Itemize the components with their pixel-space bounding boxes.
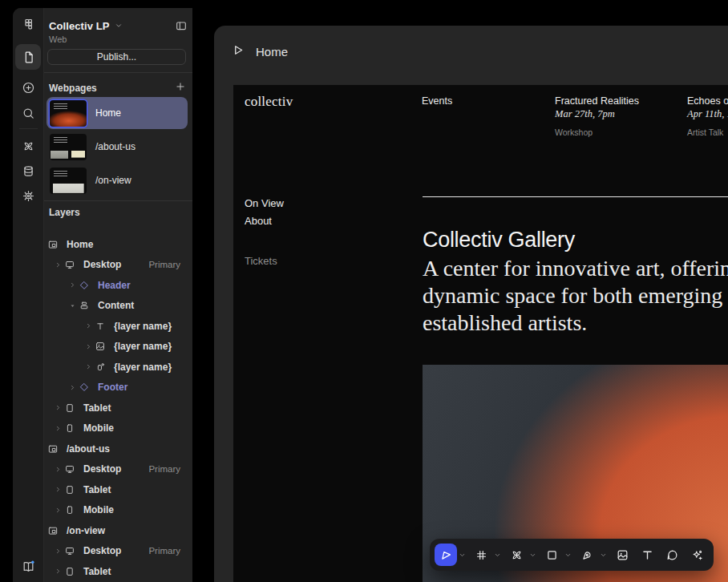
layer-label: /on-view [67,525,105,536]
layer-label: Mobile [83,504,114,515]
site-divider-line [423,196,728,197]
layer-row-layer-name[interactable]: {layer name} [44,316,192,337]
framer-logo-icon[interactable] [15,11,41,37]
select-tool-button[interactable] [435,544,457,566]
layer-row-header[interactable]: Header [44,275,192,296]
ai-tool-button[interactable] [686,544,708,566]
layer-row-mobile[interactable]: Mobile [44,500,192,521]
play-icon [230,42,245,61]
page-thumbnail[interactable] [50,100,87,127]
desktop-icon [63,259,76,270]
layer-row-tablet[interactable]: Tablet [44,479,192,500]
layer-row-layer-name[interactable]: {layer name} [44,357,192,378]
sidebar-toggle-icon[interactable] [175,19,188,32]
layers-title: Layers [49,207,80,218]
expand-triangle-icon[interactable] [67,302,78,309]
chevron-right-icon[interactable] [67,281,78,289]
webpage-icon [47,239,59,250]
primary-badge: Primary [148,546,180,556]
primary-badge: Primary [148,464,180,474]
publish-button[interactable]: Publish... [47,49,186,65]
shape-tool-menu-chevron[interactable] [563,552,573,559]
webpage-row-on-view[interactable]: /on-view [47,164,188,196]
webpage-icon [47,525,59,536]
chevron-right-icon[interactable] [52,425,63,432]
layer-row-footer[interactable]: Footer [44,378,192,398]
event-date: Apr 11th, 11am [687,108,728,120]
add-page-button[interactable] [175,81,186,95]
site-heading: Collectiv Gallery [423,228,575,253]
layer-row-desktop[interactable]: DesktopPrimary [44,255,192,276]
primary-badge: Primary [148,260,180,269]
webpage-row-about-us[interactable]: /about-us [47,131,188,163]
plugins-button[interactable] [15,133,41,159]
page-thumbnail[interactable] [50,168,87,194]
insert-plus-icon [22,81,35,95]
layer-label: Tablet [83,484,111,495]
chevron-right-icon[interactable] [52,466,63,473]
layer-label: Desktop [83,259,121,270]
description-line: A center for innovative art, offering [423,255,728,282]
draw-tool-button[interactable] [576,544,598,566]
shape-tool-button[interactable] [540,544,563,566]
layer-row-about-us[interactable]: /about-us [44,439,192,459]
layer-label: Home [67,239,93,250]
layer-row-desktop[interactable]: DesktopPrimary [44,541,192,562]
layer-row-mobile[interactable]: Mobile [44,418,192,439]
chevron-right-icon[interactable] [52,261,63,269]
canvas-page-title[interactable]: Home [256,45,288,59]
draw-tool-menu-chevron[interactable] [598,552,609,559]
frame-tool-menu-chevron[interactable] [492,552,503,559]
desktop-icon [63,545,76,556]
site-nav-on-view[interactable]: On View [245,194,284,212]
chevron-right-icon[interactable] [52,404,63,411]
webpage-icon [47,443,59,455]
layer-row-tablet[interactable]: Tablet [44,398,192,418]
chevron-right-icon[interactable] [67,384,78,391]
chevron-right-icon[interactable] [83,322,94,329]
insert-button[interactable] [15,75,41,100]
text-tool-button[interactable] [636,544,658,566]
learn-updates-button[interactable] [15,553,41,579]
layer-row-layer-name[interactable]: {layer name} [44,337,192,358]
layer-label: Desktop [83,545,121,556]
media-tool-button[interactable] [611,544,633,566]
chevron-down-icon[interactable] [115,22,123,30]
layer-label: Desktop [83,463,121,475]
webpages-title: Webpages [49,83,97,94]
site-nav-about[interactable]: About [245,212,284,229]
chevron-right-icon[interactable] [52,568,63,575]
layer-row-home[interactable]: Home [44,234,192,255]
chevron-right-icon[interactable] [52,486,63,493]
webpage-row-home[interactable]: Home [47,97,188,129]
page-thumbnail[interactable] [50,134,87,160]
plugins-tool-menu-chevron[interactable] [528,552,538,559]
chevron-right-icon[interactable] [52,548,63,555]
plugins-tool-button[interactable] [505,544,528,566]
cms-button[interactable] [15,158,41,184]
comment-tool-button[interactable] [661,544,683,566]
desktop-icon [63,463,76,475]
preview-play-button[interactable] [230,42,245,61]
layer-row-content[interactable]: Content [44,296,192,317]
layer-row-on-view[interactable]: /on-view [44,520,192,541]
layer-row-desktop[interactable]: DesktopPrimary [44,459,192,480]
site-events-label: Events [422,95,452,107]
cursor-icon [439,548,453,562]
site-nav-tickets[interactable]: Tickets [245,252,284,269]
chevron-right-icon[interactable] [52,507,63,514]
chevron-right-icon[interactable] [83,343,94,350]
event-title: Echoes of the [687,95,728,107]
frame-tool-button[interactable] [470,544,492,566]
settings-button[interactable] [15,183,41,208]
chevron-right-icon[interactable] [83,363,94,370]
search-button[interactable] [15,100,41,126]
mobile-icon [63,422,76,434]
search-icon [22,107,35,120]
pages-panel-button[interactable] [15,44,41,70]
canvas[interactable]: Home collectiv Events Fractured Realitie… [214,26,728,582]
home-page-frame[interactable]: collectiv Events Fractured RealitiesMar … [233,85,728,582]
layer-row-tablet[interactable]: Tablet [44,561,192,582]
project-name[interactable]: Collectiv LP [49,20,110,32]
select-tool-menu-chevron[interactable] [457,552,467,559]
